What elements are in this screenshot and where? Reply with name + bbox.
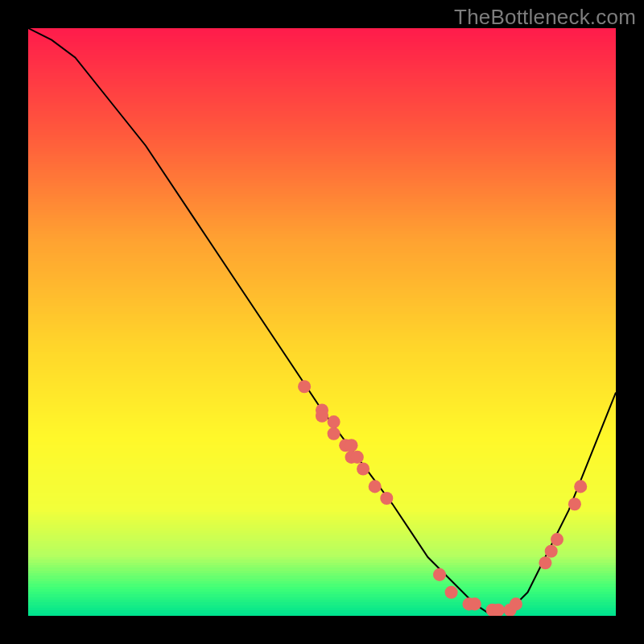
curve-path — [28, 28, 616, 616]
data-point — [345, 439, 357, 452]
data-point — [492, 604, 505, 616]
data-point — [433, 568, 446, 581]
data-point — [551, 533, 564, 546]
bottleneck-curve — [28, 28, 616, 616]
chart-stage: TheBottleneck.com — [0, 0, 644, 644]
data-point — [445, 586, 458, 599]
curve-dots — [298, 380, 587, 616]
data-point — [539, 556, 551, 569]
data-point — [357, 462, 369, 475]
data-point — [298, 380, 311, 393]
data-point — [369, 480, 382, 493]
data-point — [351, 451, 364, 464]
data-point — [510, 597, 522, 610]
data-point — [545, 545, 558, 558]
attribution-label: TheBottleneck.com — [454, 5, 636, 30]
data-point — [328, 415, 341, 428]
data-point — [469, 597, 481, 610]
data-point — [380, 492, 393, 505]
data-point — [328, 427, 341, 440]
data-point — [574, 480, 587, 493]
data-point — [316, 410, 328, 423]
data-point — [568, 497, 581, 510]
plot-area — [28, 28, 616, 616]
